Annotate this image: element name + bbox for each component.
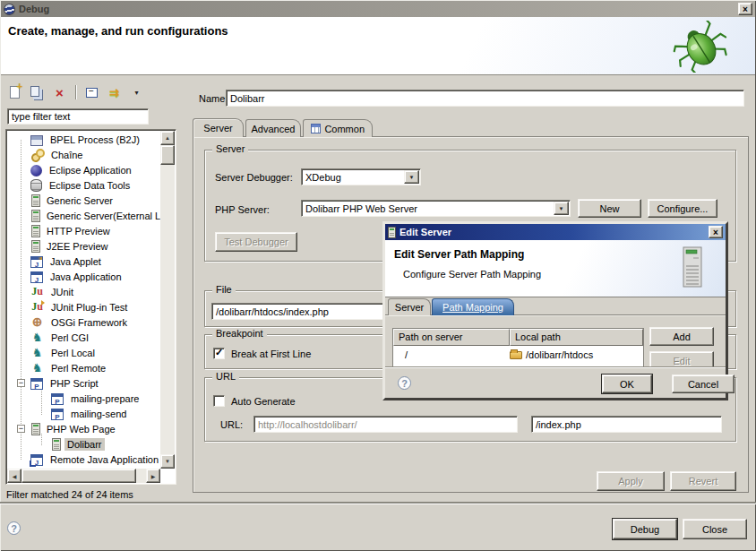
tree-horizontal-scrollbar[interactable]: ◀ ▶ bbox=[7, 469, 160, 483]
dropdown-arrow-icon[interactable]: ▼ bbox=[404, 170, 419, 184]
server-path-cell: / bbox=[393, 349, 510, 360]
name-label: Name: bbox=[199, 93, 228, 104]
dialog-help-button[interactable]: ? bbox=[398, 376, 411, 390]
breakpoint-group-title: Breakpoint bbox=[212, 328, 267, 339]
vertical-scroll-thumb[interactable] bbox=[160, 145, 175, 165]
junit-icon: Ju bbox=[30, 285, 44, 298]
tree-item-label: Chaîne bbox=[48, 149, 85, 161]
filter-icon: ⇉ bbox=[109, 86, 119, 99]
tab-advanced[interactable]: Advanced bbox=[245, 119, 301, 137]
add-mapping-button[interactable]: Add bbox=[649, 327, 714, 346]
window-titlebar[interactable]: Debug × bbox=[1, 1, 755, 17]
tree-item-generic-server[interactable]: Generic Server bbox=[7, 193, 160, 208]
new-server-button[interactable]: New bbox=[578, 199, 641, 218]
debug-button[interactable]: Debug bbox=[613, 519, 677, 539]
perl-icon: ♞ bbox=[30, 331, 44, 344]
window-close-button[interactable]: × bbox=[738, 3, 752, 15]
tree-item-label: Perl Local bbox=[48, 347, 98, 359]
column-path-on-server[interactable]: Path on server bbox=[393, 329, 510, 346]
scroll-up-button[interactable]: ▲ bbox=[160, 131, 175, 145]
scroll-up-icon: ▲ bbox=[165, 135, 170, 141]
new-configuration-button[interactable] bbox=[7, 85, 22, 100]
tree-item-php-script[interactable]: −PPHP Script bbox=[7, 375, 160, 391]
eclipse-logo-icon bbox=[3, 2, 16, 15]
tree-item-mailing-prepare[interactable]: Pmailing-prepare bbox=[7, 391, 160, 406]
apply-button: Apply bbox=[597, 471, 665, 491]
tree-vertical-scrollbar[interactable]: ▲ ▼ bbox=[160, 131, 175, 469]
scroll-right-icon: ▶ bbox=[151, 473, 156, 479]
tree-item-junit-plug-in-test[interactable]: JuJUnit Plug-in Test bbox=[7, 299, 160, 314]
server-debugger-select[interactable]: XDebug ▼ bbox=[301, 168, 421, 185]
scroll-right-button[interactable]: ▶ bbox=[146, 469, 160, 483]
edit-server-close-button[interactable]: × bbox=[709, 226, 723, 238]
tree-item-j2ee-preview[interactable]: J2EE Preview bbox=[7, 238, 160, 254]
tree-item-cha-ne[interactable]: Chaîne bbox=[7, 147, 160, 162]
tree-item-label: PHP Web Page bbox=[44, 423, 118, 435]
tree-item-label: HTTP Preview bbox=[44, 225, 113, 237]
tree-item-java-application[interactable]: JJava Application bbox=[7, 269, 160, 284]
filter-input[interactable]: type filter text bbox=[7, 108, 149, 125]
tree-item-eclipse-data-tools[interactable]: Eclipse Data Tools bbox=[7, 177, 160, 193]
banner-title: Create, manage, and run configurations bbox=[8, 24, 228, 38]
tab-server[interactable]: Server bbox=[193, 118, 244, 137]
tree-item-perl-local[interactable]: ♞Perl Local bbox=[7, 345, 160, 360]
tree-item-java-applet[interactable]: JJava Applet bbox=[7, 254, 160, 269]
close-button[interactable]: Close bbox=[683, 519, 747, 539]
tree-item-http-preview[interactable]: HTTP Preview bbox=[7, 223, 160, 238]
cancel-button[interactable]: Cancel bbox=[672, 375, 735, 393]
tree-item-mailing-send[interactable]: Pmailing-send bbox=[7, 406, 160, 421]
window-title: Debug bbox=[19, 4, 49, 14]
server-icon bbox=[31, 240, 40, 253]
ok-button[interactable]: OK bbox=[602, 375, 652, 393]
horizontal-scroll-thumb[interactable] bbox=[21, 469, 136, 483]
configure-server-button[interactable]: Configure... bbox=[648, 199, 717, 218]
tree-item-perl-remote[interactable]: ♞Perl Remote bbox=[7, 360, 160, 375]
perl-icon: ♞ bbox=[30, 346, 44, 359]
duplicate-configuration-button[interactable] bbox=[30, 85, 45, 100]
tree-item-remote-java-application[interactable]: JRemote Java Application bbox=[7, 452, 160, 467]
dropdown-arrow-icon[interactable]: ▼ bbox=[554, 202, 569, 215]
break-at-first-line-checkbox[interactable]: ✓ bbox=[213, 348, 225, 359]
tree-item-perl-cgi[interactable]: ♞Perl CGI bbox=[7, 330, 160, 345]
tree-item-eclipse-application[interactable]: Eclipse Application bbox=[7, 162, 160, 177]
tree-item-bpel-process-b2j[interactable]: BPEL Process (B2J) bbox=[7, 132, 160, 147]
debug-bug-icon bbox=[671, 21, 730, 73]
test-debugger-button: Test Debugger bbox=[215, 232, 297, 252]
tree-item-dolibarr[interactable]: Dolibarr bbox=[7, 436, 160, 452]
delete-configuration-button[interactable]: × bbox=[52, 85, 67, 100]
scroll-down-button[interactable]: ▼ bbox=[160, 454, 175, 469]
toolbar-menu-button[interactable]: ▾ bbox=[129, 85, 144, 100]
php-server-select[interactable]: Dolibarr PHP Web Server ▼ bbox=[301, 200, 571, 217]
common-tab-icon bbox=[311, 124, 321, 133]
scroll-left-button[interactable]: ◀ bbox=[7, 469, 21, 483]
dialog-tab-path-mapping[interactable]: Path Mapping bbox=[432, 298, 514, 315]
url-label: URL: bbox=[220, 419, 243, 430]
tree-item-php-web-page[interactable]: −PHP Web Page bbox=[7, 421, 160, 436]
tab-common[interactable]: Common bbox=[303, 119, 373, 137]
url-group-title: URL bbox=[212, 371, 239, 382]
column-local-path[interactable]: Local path bbox=[510, 329, 643, 346]
url-path-input[interactable]: /index.php bbox=[531, 416, 722, 433]
tree-item-label: J2EE Preview bbox=[44, 240, 110, 253]
tree-item-generic-server-external-la[interactable]: Generic Server(External La bbox=[7, 208, 160, 223]
tree-item-label: mailing-prepare bbox=[68, 392, 142, 405]
tree-item-label: JUnit Plug-in Test bbox=[48, 301, 130, 314]
edit-server-titlebar[interactable]: Edit Server × bbox=[385, 224, 726, 240]
dialog-tab-server[interactable]: Server bbox=[388, 298, 431, 315]
filter-launch-configurations-button[interactable]: ⇉ bbox=[107, 85, 122, 100]
help-button[interactable]: ? bbox=[7, 521, 21, 535]
bpel-icon bbox=[30, 135, 43, 146]
break-at-first-line-label: Break at First Line bbox=[231, 349, 311, 359]
collapse-expander-icon[interactable]: − bbox=[17, 425, 25, 433]
new-config-icon bbox=[10, 86, 20, 99]
tree-item-label: mailing-send bbox=[68, 408, 129, 420]
tree-item-label: BPEL Process (B2J) bbox=[47, 133, 142, 146]
tree-item-osgi-framework[interactable]: ⊕OSGi Framework bbox=[7, 314, 160, 330]
edit-server-title: Edit Server bbox=[399, 227, 451, 237]
collapse-all-button[interactable] bbox=[84, 85, 99, 100]
tree-item-junit[interactable]: JuJUnit bbox=[7, 284, 160, 299]
name-input[interactable]: Dolibarr bbox=[226, 90, 744, 107]
auto-generate-checkbox[interactable] bbox=[213, 395, 225, 407]
path-mapping-row[interactable]: //dolibarr/htdocs bbox=[393, 346, 643, 363]
collapse-expander-icon[interactable]: − bbox=[17, 379, 25, 387]
